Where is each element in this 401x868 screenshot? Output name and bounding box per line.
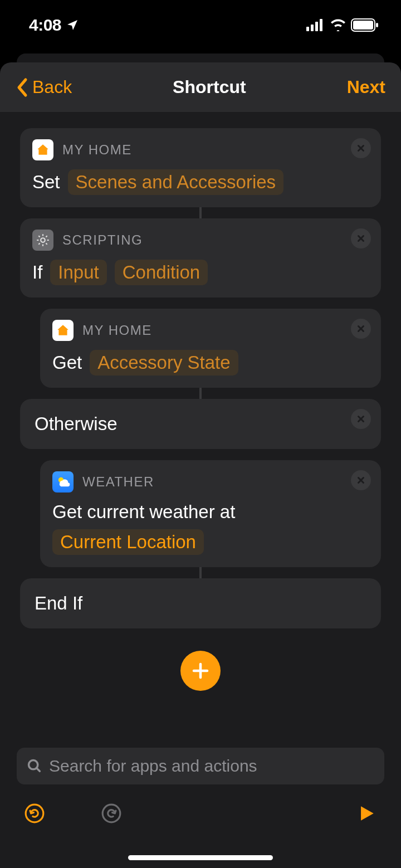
connector bbox=[199, 207, 202, 218]
search-box[interactable] bbox=[17, 748, 384, 784]
close-icon bbox=[356, 324, 366, 334]
nav-bar: Back Shortcut Next bbox=[0, 62, 401, 113]
action-get-weather[interactable]: WEATHER Get current weather at Current L… bbox=[40, 460, 381, 567]
chevron-left-icon bbox=[16, 77, 28, 97]
run-button[interactable] bbox=[353, 800, 380, 827]
action-if[interactable]: SCRIPTING If Input Condition bbox=[20, 218, 381, 298]
svg-point-11 bbox=[41, 238, 45, 242]
home-app-icon bbox=[32, 139, 53, 160]
action-header: WEATHER bbox=[52, 471, 369, 492]
undo-icon bbox=[24, 803, 45, 824]
home-app-icon bbox=[52, 320, 74, 341]
delete-action-button[interactable] bbox=[351, 138, 371, 158]
undo-button[interactable] bbox=[21, 800, 48, 827]
param-input[interactable]: Input bbox=[50, 260, 106, 285]
delete-action-button[interactable] bbox=[351, 228, 371, 248]
redo-icon bbox=[101, 803, 122, 824]
actions-list: MY HOME Set Scenes and Accessories SCRIP… bbox=[0, 113, 401, 845]
status-time: 4:08 bbox=[29, 16, 79, 35]
home-indicator[interactable] bbox=[128, 855, 273, 860]
status-bar: 4:08 bbox=[0, 0, 401, 50]
spacer bbox=[20, 298, 381, 309]
back-button[interactable]: Back bbox=[16, 77, 72, 97]
close-icon bbox=[356, 414, 366, 424]
delete-action-button[interactable] bbox=[351, 319, 371, 339]
add-action-button[interactable] bbox=[180, 651, 221, 691]
search-icon bbox=[27, 758, 42, 774]
svg-rect-2 bbox=[315, 22, 318, 31]
toolbar bbox=[17, 784, 384, 827]
svg-point-24 bbox=[102, 804, 120, 822]
action-end-if[interactable]: End If bbox=[20, 578, 381, 628]
svg-marker-25 bbox=[361, 806, 374, 821]
action-header: MY HOME bbox=[32, 139, 369, 160]
wifi-icon bbox=[330, 19, 346, 31]
time-value: 4:08 bbox=[29, 16, 61, 35]
connector bbox=[199, 567, 202, 578]
action-body: Get Accessory State bbox=[52, 350, 369, 376]
app-name: MY HOME bbox=[62, 142, 132, 158]
action-set-scenes[interactable]: MY HOME Set Scenes and Accessories bbox=[20, 128, 381, 207]
action-get-accessory-state[interactable]: MY HOME Get Accessory State bbox=[40, 309, 381, 388]
scripting-app-icon bbox=[32, 230, 53, 251]
close-icon bbox=[356, 475, 366, 485]
action-header: MY HOME bbox=[52, 320, 369, 341]
delete-action-button[interactable] bbox=[351, 409, 371, 429]
otherwise-label: Otherwise bbox=[35, 413, 118, 435]
svg-rect-0 bbox=[306, 27, 309, 31]
action-verb: Get current weather at bbox=[52, 501, 235, 523]
connector bbox=[199, 388, 202, 399]
action-body: Set Scenes and Accessories bbox=[32, 169, 369, 195]
weather-app-icon bbox=[52, 471, 74, 492]
action-body: Get current weather at Current Location bbox=[52, 501, 369, 555]
param-condition[interactable]: Condition bbox=[115, 260, 208, 285]
page-title: Shortcut bbox=[173, 77, 246, 97]
redo-button[interactable] bbox=[98, 800, 125, 827]
back-label: Back bbox=[32, 77, 72, 97]
status-icons bbox=[306, 18, 379, 32]
app-name: SCRIPTING bbox=[62, 232, 143, 248]
action-verb: If bbox=[32, 262, 42, 283]
action-verb: Set bbox=[32, 172, 60, 193]
svg-rect-3 bbox=[320, 19, 322, 31]
search-input[interactable] bbox=[49, 757, 374, 776]
param-accessory-state[interactable]: Accessory State bbox=[90, 350, 238, 376]
action-body: If Input Condition bbox=[32, 260, 369, 285]
action-header: SCRIPTING bbox=[32, 230, 369, 251]
action-otherwise[interactable]: Otherwise bbox=[20, 399, 381, 449]
location-icon bbox=[66, 18, 79, 32]
content-area: MY HOME Set Scenes and Accessories SCRIP… bbox=[0, 113, 401, 868]
close-icon bbox=[356, 143, 366, 153]
battery-icon bbox=[351, 18, 379, 32]
action-verb: Get bbox=[52, 352, 82, 373]
close-icon bbox=[356, 233, 366, 243]
svg-rect-5 bbox=[353, 21, 373, 30]
sheet-backdrop bbox=[0, 50, 401, 62]
param-current-location[interactable]: Current Location bbox=[52, 529, 204, 555]
app-name: WEATHER bbox=[82, 474, 154, 490]
app-name: MY HOME bbox=[82, 323, 152, 338]
cellular-icon bbox=[306, 19, 325, 31]
svg-point-23 bbox=[26, 804, 43, 822]
svg-rect-6 bbox=[376, 23, 378, 27]
delete-action-button[interactable] bbox=[351, 470, 371, 490]
plus-icon bbox=[190, 661, 211, 681]
end-if-label: End If bbox=[35, 593, 82, 614]
bottom-bar bbox=[0, 735, 401, 868]
svg-rect-1 bbox=[311, 25, 314, 31]
param-scenes-accessories[interactable]: Scenes and Accessories bbox=[68, 169, 284, 195]
next-button[interactable]: Next bbox=[347, 77, 385, 97]
play-icon bbox=[357, 804, 376, 823]
svg-line-22 bbox=[37, 768, 40, 772]
spacer bbox=[20, 449, 381, 460]
